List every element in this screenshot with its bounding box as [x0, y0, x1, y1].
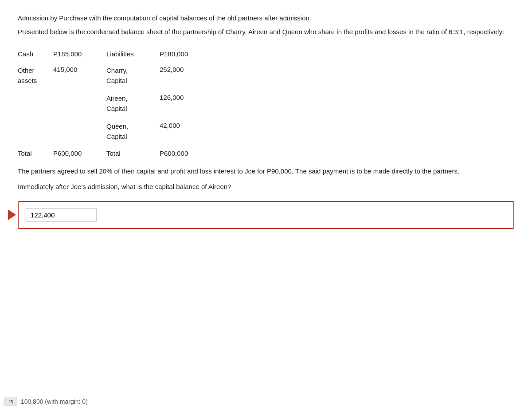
page-title: Admission by Purchase with the computati…	[18, 13, 514, 24]
balance-sheet: Cash P185,000 Liabilities P180,000 Other…	[18, 50, 514, 157]
question-text: Immediately after Joe's admission, what …	[18, 182, 514, 192]
footer-hint-text: 100,800 (with margin: 0)	[21, 398, 88, 405]
bs-left-value-1: P185,000	[53, 50, 106, 58]
answer-input[interactable]	[26, 208, 97, 222]
bs-row-3: Aireen,Capital 126,000	[18, 94, 514, 114]
description-text: The partners agreed to sell 20% of their…	[18, 166, 514, 177]
rs-badge: rs	[4, 397, 17, 406]
bs-row-1: Cash P185,000 Liabilities P180,000	[18, 50, 514, 58]
bs-left-value-total: P600,000	[53, 150, 106, 157]
bs-right-value-total: P600,000	[160, 150, 213, 157]
answer-box-wrapper	[18, 201, 514, 229]
red-arrow-icon	[8, 209, 16, 220]
intro-paragraph: Presented below is the condensed balance…	[18, 27, 514, 37]
bs-left-label-total: Total	[18, 150, 53, 157]
bs-right-value-4: 42,000	[160, 122, 213, 129]
footer-area: rs 100,800 (with margin: 0)	[0, 397, 88, 406]
bs-right-value-3: 126,000	[160, 94, 213, 101]
answer-box	[18, 201, 514, 229]
bs-right-label-2: Charry,Capital	[106, 66, 160, 86]
bs-right-value-1: P180,000	[160, 50, 213, 58]
main-content: Admission by Purchase with the computati…	[0, 0, 532, 245]
bs-row-2: Otherassets 415,000 Charry,Capital 252,0…	[18, 66, 514, 86]
bs-row-total: Total P600,000 Total P600,000	[18, 150, 514, 157]
bs-left-label-1: Cash	[18, 50, 53, 58]
bs-right-label-1: Liabilities	[106, 50, 160, 58]
bs-left-label-2: Otherassets	[18, 66, 53, 86]
bs-right-value-2: 252,000	[160, 66, 213, 73]
bs-right-label-3: Aireen,Capital	[106, 94, 160, 114]
bs-left-value-2: 415,000	[53, 66, 106, 73]
bs-right-label-4: Queen,Capital	[106, 122, 160, 142]
bs-row-4: Queen,Capital 42,000	[18, 122, 514, 142]
bs-right-label-total: Total	[106, 150, 160, 157]
